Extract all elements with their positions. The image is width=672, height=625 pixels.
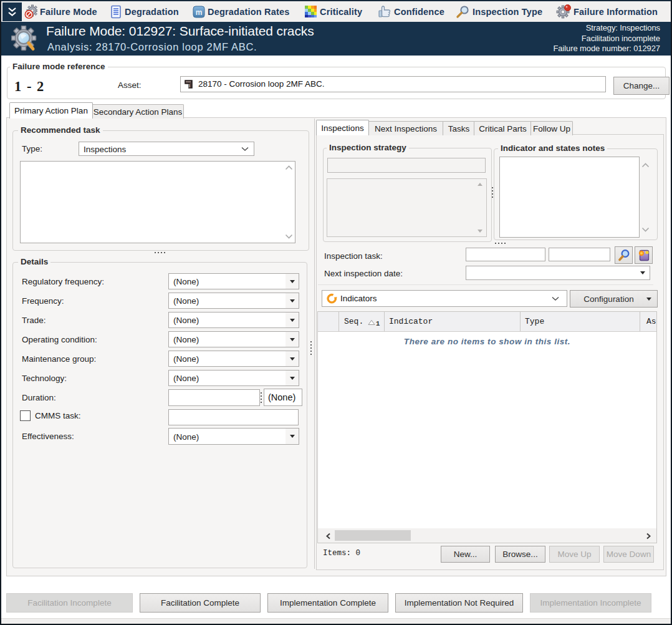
svg-text:3: 3 <box>188 83 191 89</box>
svg-text:m: m <box>196 7 203 16</box>
